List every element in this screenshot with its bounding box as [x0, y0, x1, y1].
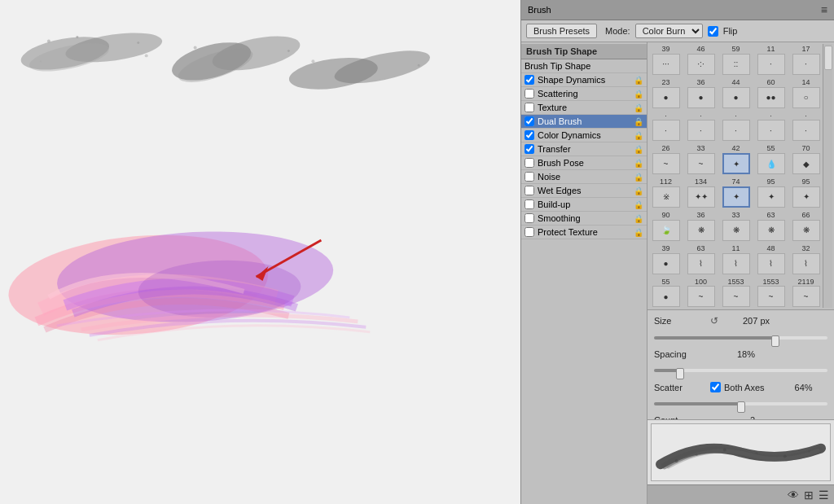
panel-body: Brush Tip Shape Brush Tip ShapeShape Dyn… — [521, 42, 834, 504]
preset-item-35[interactable]: 55● — [649, 277, 683, 309]
preset-item-38[interactable]: 1553~ — [754, 277, 788, 309]
preset-item-22[interactable]: 74✦ — [719, 177, 753, 208]
preset-item-2[interactable]: 59:: — [719, 44, 753, 76]
scatter-both-axes-checkbox[interactable] — [710, 382, 721, 392]
preset-item-23[interactable]: 95✦ — [754, 177, 788, 208]
brush-option-brush-pose[interactable]: Brush Pose🔒 — [521, 156, 647, 170]
preset-item-30[interactable]: 39● — [649, 243, 683, 275]
preset-item-26[interactable]: 36❋ — [684, 210, 718, 242]
scrollbar-thumb[interactable] — [824, 46, 832, 70]
preset-item-3[interactable]: 11· — [754, 44, 788, 76]
brush-option-smoothing[interactable]: Smoothing🔒 — [521, 212, 647, 226]
brush-option-dual-brush[interactable]: Dual Brush🔒 — [521, 115, 647, 129]
preset-item-11[interactable]: ·· — [684, 111, 718, 142]
preset-img-34: ⌇ — [792, 253, 820, 274]
preset-img-25: 🍃 — [652, 220, 680, 241]
preset-img-6: ● — [687, 87, 715, 108]
preset-item-39[interactable]: 2119~ — [789, 277, 823, 309]
size-reset-icon[interactable]: ↺ — [710, 315, 722, 327]
menu-bottom-icon[interactable]: ☰ — [819, 489, 829, 502]
preset-item-33[interactable]: 48⌇ — [754, 243, 788, 275]
brush-presets-button[interactable]: Brush Presets — [526, 24, 597, 38]
option-checkbox[interactable] — [525, 186, 534, 195]
preset-item-17[interactable]: 42✦ — [719, 143, 753, 175]
spacing-slider-thumb[interactable] — [676, 368, 684, 379]
option-checkbox[interactable] — [525, 158, 534, 168]
brush-option-brush-tip-shape[interactable]: Brush Tip Shape — [521, 59, 647, 73]
brush-option-shape-dynamics[interactable]: Shape Dynamics🔒 — [521, 73, 647, 87]
preset-img-12: · — [722, 120, 750, 141]
lock-icon: 🔒 — [634, 90, 643, 99]
preset-img-13: · — [757, 120, 785, 141]
preset-item-29[interactable]: 66❋ — [789, 210, 823, 242]
option-checkbox[interactable] — [525, 130, 534, 140]
scatter-slider-thumb[interactable] — [737, 401, 745, 413]
preset-item-32[interactable]: 11⌇ — [719, 243, 753, 275]
preset-item-25[interactable]: 90🍃 — [649, 210, 683, 242]
preset-img-17: ✦ — [722, 153, 750, 174]
preset-item-37[interactable]: 1553~ — [719, 277, 753, 309]
option-checkbox[interactable] — [525, 103, 534, 112]
preset-item-36[interactable]: 100~ — [684, 277, 718, 309]
brush-panel: Brush ≡ Brush Presets Mode: Color Burn N… — [520, 0, 834, 504]
option-checkbox[interactable] — [525, 75, 534, 85]
preset-item-12[interactable]: ·· — [719, 111, 753, 142]
preset-item-24[interactable]: 95✦ — [789, 177, 823, 208]
preset-num-19: 70 — [801, 144, 810, 153]
preset-item-28[interactable]: 63❋ — [754, 210, 788, 242]
preset-item-0[interactable]: 39··· — [649, 44, 683, 76]
preset-item-19[interactable]: 70◆ — [789, 143, 823, 175]
preset-item-14[interactable]: ·· — [789, 111, 823, 142]
preset-item-7[interactable]: 44● — [719, 77, 753, 109]
preset-item-1[interactable]: 46·:· — [684, 44, 718, 76]
option-checkbox[interactable] — [525, 172, 534, 182]
preset-item-34[interactable]: 32⌇ — [789, 243, 823, 275]
preset-num-38: 1553 — [762, 278, 779, 287]
option-checkbox[interactable] — [525, 199, 534, 209]
lock-icon: 🔒 — [634, 145, 643, 154]
preset-item-31[interactable]: 63⌇ — [684, 243, 718, 275]
brush-option-wet-edges[interactable]: Wet Edges🔒 — [521, 184, 647, 198]
preset-item-16[interactable]: 33~ — [684, 143, 718, 175]
eye-icon[interactable]: 👁 — [788, 489, 799, 502]
preset-item-27[interactable]: 33❋ — [719, 210, 753, 242]
preset-item-6[interactable]: 36● — [684, 77, 718, 109]
preset-img-18: 💧 — [757, 153, 785, 174]
brush-option-build-up[interactable]: Build-up🔒 — [521, 198, 647, 212]
preset-img-35: ● — [652, 286, 680, 307]
preset-scrollbar[interactable] — [823, 44, 832, 308]
scatter-both-axes-label: Both Axes — [724, 383, 765, 392]
preset-item-9[interactable]: 14○ — [789, 77, 823, 109]
preset-item-21[interactable]: 134✦✦ — [684, 177, 718, 208]
brush-option-texture[interactable]: Texture🔒 — [521, 101, 647, 115]
preset-item-15[interactable]: 26~ — [649, 143, 683, 175]
brush-tip-shape-header[interactable]: Brush Tip Shape — [521, 44, 647, 59]
preset-item-5[interactable]: 23● — [649, 77, 683, 109]
brush-option-color-dynamics[interactable]: Color Dynamics🔒 — [521, 129, 647, 142]
brush-option-transfer[interactable]: Transfer🔒 — [521, 142, 647, 156]
option-checkbox[interactable] — [525, 144, 534, 154]
option-checkbox[interactable] — [525, 213, 534, 223]
preset-item-20[interactable]: 112※ — [649, 177, 683, 208]
preset-item-8[interactable]: 60●● — [754, 77, 788, 109]
preset-item-4[interactable]: 17· — [789, 44, 823, 76]
preset-num-1: 46 — [696, 45, 705, 54]
option-label: Color Dynamics — [538, 130, 630, 140]
panel-menu-icon[interactable]: ≡ — [821, 3, 827, 16]
brush-option-protect-texture[interactable]: Protect Texture🔒 — [521, 226, 647, 239]
svg-point-15 — [311, 59, 314, 63]
option-checkbox[interactable] — [525, 89, 534, 99]
size-slider-thumb[interactable] — [771, 335, 779, 347]
brush-option-scattering[interactable]: Scattering🔒 — [521, 87, 647, 101]
brush-option-noise[interactable]: Noise🔒 — [521, 170, 647, 184]
option-checkbox[interactable] — [525, 227, 534, 237]
option-label: Dual Brush — [538, 116, 630, 126]
mode-select[interactable]: Color Burn Normal Multiply Screen — [635, 24, 703, 38]
flip-checkbox[interactable] — [708, 26, 718, 37]
preset-item-10[interactable]: ·· — [649, 111, 683, 142]
spacing-value: 18% — [710, 349, 755, 359]
preset-item-18[interactable]: 55💧 — [754, 143, 788, 175]
option-checkbox[interactable] — [525, 116, 534, 126]
preset-item-13[interactable]: ·· — [754, 111, 788, 142]
layers-icon[interactable]: ⊞ — [804, 489, 814, 502]
